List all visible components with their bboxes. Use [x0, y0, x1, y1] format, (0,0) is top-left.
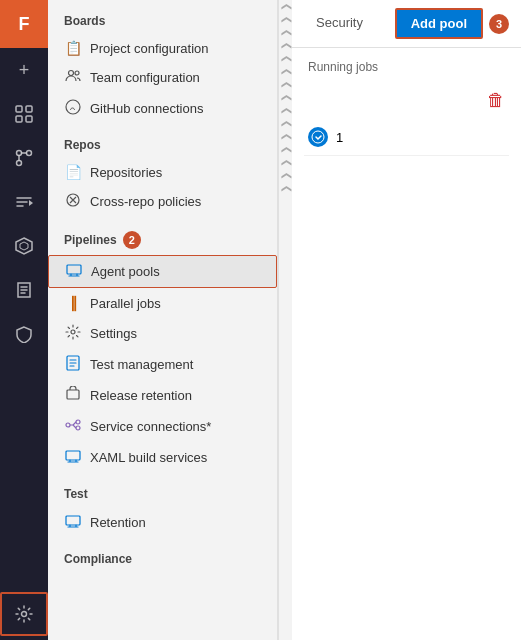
nav-item-xaml[interactable]: XAML build services	[48, 442, 277, 473]
svg-point-6	[17, 161, 22, 166]
settings-nav-icon	[64, 324, 82, 343]
repositories-icon: 📄	[64, 164, 82, 180]
svg-rect-18	[67, 390, 79, 399]
svg-point-24	[312, 131, 324, 143]
pipelines-badge: 2	[123, 231, 141, 249]
repos-icon[interactable]	[0, 136, 48, 180]
right-header: Security Add pool 3	[292, 0, 521, 48]
icon-bar-bottom	[0, 592, 48, 640]
agent-pools-label: Agent pools	[91, 264, 160, 279]
artifacts-icon[interactable]	[0, 224, 48, 268]
sep-chevron-14: ❯	[281, 172, 291, 180]
parallel-jobs-icon: ∥	[64, 294, 82, 312]
svg-rect-1	[26, 106, 32, 112]
nav-item-release-retention[interactable]: Release retention	[48, 380, 277, 411]
sep-chevron-12: ❯	[281, 146, 291, 154]
pipelines-icon[interactable]	[0, 180, 48, 224]
repositories-label: Repositories	[90, 165, 162, 180]
sep-chevron-5: ❯	[281, 55, 291, 63]
shield-icon[interactable]	[0, 312, 48, 356]
icon-bar: F +	[0, 0, 48, 640]
test-section-title: Test	[48, 473, 277, 507]
svg-point-20	[76, 420, 80, 424]
sep-chevron-3: ❯	[281, 29, 291, 37]
team-config-icon	[64, 68, 82, 87]
svg-point-13	[66, 100, 80, 114]
test-management-label: Test management	[90, 357, 193, 372]
svg-point-21	[76, 426, 80, 430]
nav-item-repositories[interactable]: 📄 Repositories	[48, 158, 277, 186]
nav-item-settings[interactable]: Settings	[48, 318, 277, 349]
github-label: GitHub connections	[90, 101, 203, 116]
nav-item-cross-repo[interactable]: Cross-repo policies	[48, 186, 277, 217]
project-config-icon: 📋	[64, 40, 82, 56]
repos-section-title: Repos	[48, 124, 277, 158]
nav-item-parallel-jobs[interactable]: ∥ Parallel jobs	[48, 288, 277, 318]
nav-item-service-connections[interactable]: Service connections*	[48, 411, 277, 442]
sep-chevron-6: ❯	[281, 68, 291, 76]
sep-chevron-1: ❯	[281, 3, 291, 11]
sep-chevron-13: ❯	[281, 159, 291, 167]
retention-label: Retention	[90, 515, 146, 530]
svg-rect-0	[16, 106, 22, 112]
svg-point-12	[75, 71, 79, 75]
settings-nav-label: Settings	[90, 326, 137, 341]
svg-rect-3	[26, 116, 32, 122]
settings-bottom-icon[interactable]	[0, 592, 48, 636]
agent-pools-icon	[65, 262, 83, 281]
nav-item-agent-pools[interactable]: Agent pools	[48, 255, 277, 288]
sep-chevron-2: ❯	[281, 16, 291, 24]
pool-count-badge	[308, 127, 328, 147]
svg-marker-8	[16, 238, 32, 254]
pool-row: 1	[304, 119, 509, 156]
svg-marker-9	[20, 242, 28, 250]
svg-point-4	[17, 151, 22, 156]
sep-chevron-15: ❯	[281, 185, 291, 193]
svg-rect-22	[66, 451, 80, 460]
release-retention-label: Release retention	[90, 388, 192, 403]
compliance-section-title: Compliance	[48, 538, 277, 572]
parallel-jobs-label: Parallel jobs	[90, 296, 161, 311]
project-config-label: Project configuration	[90, 41, 209, 56]
test-management-icon	[64, 355, 82, 374]
nav-item-team-config[interactable]: Team configuration	[48, 62, 277, 93]
separator-column: ❯ ❯ ❯ ❯ ❯ ❯ ❯ ❯ ❯ ❯ ❯ ❯ ❯ ❯ ❯	[278, 0, 292, 640]
testplans-icon[interactable]	[0, 268, 48, 312]
nav-item-github[interactable]: GitHub connections	[48, 93, 277, 124]
sep-chevron-11: ❯	[281, 133, 291, 141]
sep-chevron-7: ❯	[281, 81, 291, 89]
github-icon	[64, 99, 82, 118]
tab-security[interactable]: Security	[304, 0, 375, 47]
trash-row: 🗑	[304, 90, 509, 111]
right-panel: Security Add pool 3 Running jobs 🗑 1	[292, 0, 521, 640]
svg-rect-2	[16, 116, 22, 122]
callout-badge-3: 3	[489, 14, 509, 34]
plus-icon[interactable]: +	[0, 48, 48, 92]
add-pool-button[interactable]: Add pool	[395, 8, 483, 39]
avatar[interactable]: F	[0, 0, 48, 48]
svg-point-16	[71, 330, 75, 334]
security-tab-label: Security	[316, 15, 363, 30]
pool-count: 1	[336, 130, 343, 145]
service-connections-icon	[64, 417, 82, 436]
boards-icon[interactable]	[0, 92, 48, 136]
svg-point-10	[22, 612, 27, 617]
nav-item-test-management[interactable]: Test management	[48, 349, 277, 380]
service-connections-label: Service connections*	[90, 419, 211, 434]
xaml-icon	[64, 448, 82, 467]
svg-rect-15	[67, 265, 81, 274]
svg-point-19	[66, 423, 70, 427]
svg-point-5	[27, 151, 32, 156]
icon-bar-top: F +	[0, 0, 48, 356]
boards-section-title: Boards	[48, 0, 277, 34]
sep-chevron-4: ❯	[281, 42, 291, 50]
release-retention-icon	[64, 386, 82, 405]
left-nav: Boards 📋 Project configuration Team conf…	[48, 0, 278, 640]
nav-item-retention[interactable]: Retention	[48, 507, 277, 538]
pipelines-section-title: Pipelines 2	[48, 217, 277, 255]
right-content: Running jobs 🗑 1	[292, 48, 521, 640]
trash-icon[interactable]: 🗑	[487, 90, 505, 111]
retention-icon	[64, 513, 82, 532]
sep-chevron-8: ❯	[281, 94, 291, 102]
nav-item-project-config[interactable]: 📋 Project configuration	[48, 34, 277, 62]
